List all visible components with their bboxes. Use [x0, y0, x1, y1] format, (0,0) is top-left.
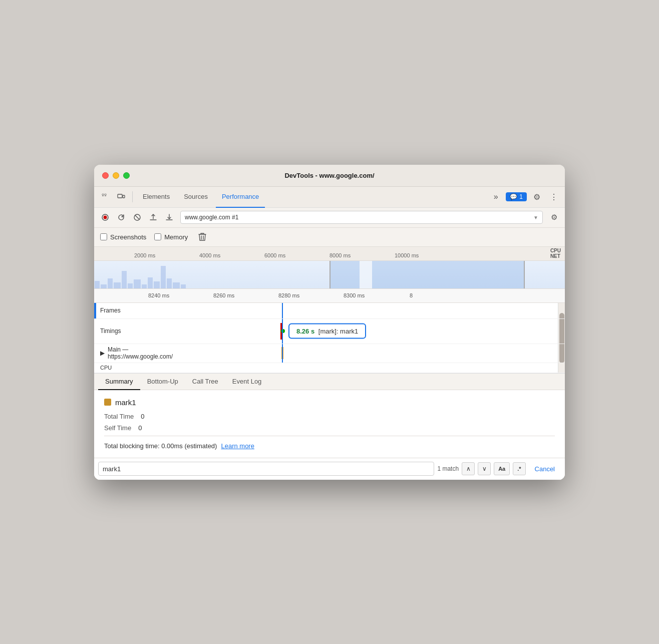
tab-sources[interactable]: Sources: [178, 187, 214, 208]
timeline-cursor-timings: [282, 319, 283, 344]
cpu-label: CPU: [550, 248, 561, 253]
minimize-button[interactable]: [113, 172, 119, 179]
traffic-lights: [102, 172, 130, 179]
settings-button[interactable]: ⚙: [530, 190, 544, 204]
tab-bar-right: » 💬 1 ⚙ ⋮: [489, 190, 561, 204]
learn-more-link[interactable]: Learn more: [221, 442, 254, 450]
maximize-button[interactable]: [123, 172, 130, 179]
svg-rect-5: [123, 195, 125, 198]
cpu-track-content[interactable]: [194, 363, 565, 373]
summary-panel: mark1 Total Time 0 Self Time 0 Total blo…: [94, 390, 565, 458]
search-next-button[interactable]: ∨: [478, 462, 491, 475]
tab-summary[interactable]: Summary: [98, 374, 140, 390]
download-button[interactable]: [162, 210, 176, 224]
main-tab-bar: Elements Sources Performance » 💬 1 ⚙ ⋮: [94, 187, 565, 208]
url-dropdown-icon: ▼: [533, 215, 538, 220]
devtools-window: DevTools - www.google.com/: [94, 165, 565, 480]
more-tabs-button[interactable]: »: [489, 190, 503, 204]
tab-call-tree[interactable]: Call Tree: [185, 374, 225, 390]
close-button[interactable]: [102, 172, 109, 179]
timings-label: Timings: [94, 318, 194, 344]
zoomed-ruler-8280: 8280 ms: [278, 292, 299, 298]
memory-checkbox-label[interactable]: Memory: [154, 233, 188, 241]
window-title: DevTools - www.google.com/: [284, 172, 374, 179]
zoomed-ruler-8260: 8260 ms: [213, 292, 234, 298]
svg-line-9: [135, 215, 139, 219]
tab-bottom-up[interactable]: Bottom-Up: [140, 374, 185, 390]
upload-button[interactable]: [146, 210, 160, 224]
timeline-cursor: [282, 303, 283, 318]
match-case-button[interactable]: Aa: [494, 462, 510, 475]
svg-rect-0: [102, 194, 104, 195]
timeline-container: 2000 ms 4000 ms 6000 ms 8000 ms 10000 ms…: [94, 247, 565, 289]
bottom-panel: Summary Bottom-Up Call Tree Event Log ma…: [94, 374, 565, 480]
reload-button[interactable]: [114, 210, 128, 224]
regex-button[interactable]: .*: [513, 462, 525, 475]
tab-bar-icons: [98, 190, 128, 204]
ruler-label-8000: 8000 ms: [330, 252, 351, 258]
search-cancel-button[interactable]: Cancel: [529, 462, 561, 476]
screenshots-checkbox-label[interactable]: Screenshots: [100, 233, 146, 241]
mark-tooltip: 8.26 s [mark]: mark1: [288, 324, 366, 339]
tracks-area: Frames Timings: [94, 303, 565, 373]
main-track-content[interactable]: [194, 344, 565, 363]
screenshots-checkbox[interactable]: [100, 233, 107, 240]
search-input[interactable]: [98, 462, 434, 476]
frames-indicator: [94, 303, 96, 318]
total-time-row: Total Time 0: [104, 413, 555, 420]
delete-button[interactable]: [196, 230, 209, 243]
record-button[interactable]: [98, 210, 112, 224]
timeline-highlight: [360, 261, 372, 288]
device-toggle-icon[interactable]: [114, 190, 128, 204]
ruler-label-2000: 2000 ms: [134, 252, 155, 258]
total-time-value: 0: [141, 413, 144, 420]
tab-performance[interactable]: Performance: [216, 187, 265, 208]
url-bar: www.google.com #1 ▼: [180, 211, 543, 224]
net-label: NET: [550, 253, 561, 259]
screenshots-label: Screenshots: [110, 233, 146, 241]
main-track: ▶ Main — https://www.google.com/: [94, 344, 565, 363]
summary-item-row: mark1: [104, 398, 555, 407]
frames-label: Frames: [94, 307, 194, 314]
timeline-chart[interactable]: [94, 261, 565, 288]
devtools-body: Elements Sources Performance » 💬 1 ⚙ ⋮: [94, 187, 565, 480]
zoomed-ruler-8240: 8240 ms: [148, 292, 169, 298]
timings-track-content[interactable]: 8.26 s [mark]: mark1: [194, 319, 565, 344]
performance-settings-button[interactable]: ⚙: [547, 210, 561, 224]
search-match-count: 1 match: [437, 465, 459, 472]
cursor-icon[interactable]: [98, 190, 112, 204]
zoomed-timeline: 8240 ms 8260 ms 8280 ms 8300 ms 8: [94, 289, 565, 374]
more-options-button[interactable]: ⋮: [547, 190, 561, 204]
tab-elements[interactable]: Elements: [137, 187, 176, 208]
main-expand-icon[interactable]: ▶: [100, 350, 105, 357]
svg-point-7: [104, 216, 107, 219]
item-color-square: [104, 399, 111, 406]
main-label-text: Main — https://www.google.com/: [108, 346, 194, 360]
zoomed-ruler: 8240 ms 8260 ms 8280 ms 8300 ms 8: [94, 289, 565, 303]
main-track-label: ▶ Main — https://www.google.com/: [94, 344, 194, 363]
item-name: mark1: [115, 398, 136, 407]
mark-label: [mark]: mark1: [318, 328, 358, 335]
options-row: Screenshots Memory: [94, 228, 565, 247]
notification-badge[interactable]: 💬 1: [506, 192, 527, 201]
ruler-label-10000: 10000 ms: [395, 252, 419, 258]
timeline-cursor-main: [282, 344, 283, 363]
tab-event-log[interactable]: Event Log: [225, 374, 269, 390]
memory-checkbox[interactable]: [154, 233, 161, 240]
search-prev-button[interactable]: ∧: [462, 462, 475, 475]
svg-rect-4: [118, 194, 122, 198]
timeline-selection[interactable]: [330, 261, 525, 288]
mark-time: 8.26 s: [296, 328, 314, 335]
frames-track-content[interactable]: [194, 303, 565, 318]
url-text: www.google.com #1: [185, 214, 238, 221]
notification-icon: 💬: [510, 193, 517, 200]
clear-button[interactable]: [130, 210, 144, 224]
ruler-label-6000: 6000 ms: [264, 252, 285, 258]
bottom-tabs: Summary Bottom-Up Call Tree Event Log: [94, 374, 565, 390]
self-time-label: Self Time: [104, 424, 131, 432]
self-time-value: 0: [138, 424, 142, 432]
frames-track: Frames: [94, 303, 565, 319]
tab-divider: [132, 191, 133, 202]
svg-rect-1: [105, 194, 106, 195]
zoomed-ruler-8300: 8300 ms: [344, 292, 365, 298]
